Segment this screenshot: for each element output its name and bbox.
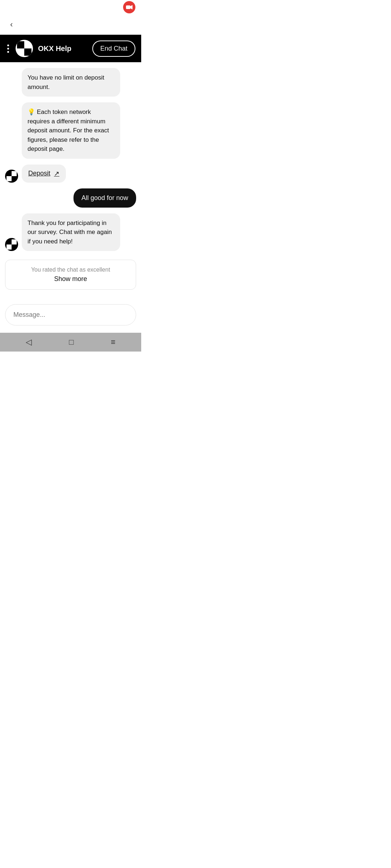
- svg-marker-1: [130, 5, 133, 9]
- bot-bubble-4: Thank you for participating in our surve…: [22, 213, 120, 251]
- back-area: ‹: [0, 14, 141, 35]
- nav-home-button[interactable]: □: [63, 335, 79, 350]
- link-arrow-icon: ↗: [54, 170, 59, 178]
- bot-name: OKX Help: [38, 44, 71, 53]
- user-message-text: All good for now: [81, 194, 128, 201]
- message-input-area: [0, 298, 141, 333]
- nav-menu-button[interactable]: ≡: [105, 335, 121, 350]
- chat-header: OKX Help End Chat: [0, 35, 141, 62]
- bot-avatar: [16, 40, 33, 57]
- end-chat-button[interactable]: End Chat: [92, 41, 135, 57]
- status-bar: [0, 0, 141, 14]
- rating-card: You rated the chat as excellent Show mor…: [5, 260, 136, 290]
- show-more-button[interactable]: Show more: [54, 275, 87, 283]
- header-left: OKX Help: [6, 40, 71, 57]
- message-input[interactable]: [5, 304, 136, 326]
- nav-back-button[interactable]: ◁: [20, 335, 38, 350]
- user-message-row: All good for now: [5, 188, 136, 208]
- bot-message-row: You have no limit on deposit amount.: [5, 68, 136, 97]
- back-button[interactable]: ‹: [7, 17, 16, 32]
- chat-body: You have no limit on deposit amount. 💡 E…: [0, 62, 141, 298]
- bot-message-text-2: 💡 Each token network requires a differen…: [28, 109, 109, 152]
- bot-message-text-4: Thank you for participating in our surve…: [28, 220, 112, 245]
- bot-message-row-4: Thank you for participating in our surve…: [5, 213, 136, 251]
- user-bubble: All good for now: [73, 188, 136, 208]
- menu-button[interactable]: [6, 43, 10, 54]
- bot-bubble-1: You have no limit on deposit amount.: [22, 68, 120, 97]
- rating-text: You rated the chat as excellent: [11, 267, 130, 273]
- bot-bubble-2: 💡 Each token network requires a differen…: [22, 102, 120, 159]
- deposit-link[interactable]: Deposit ↗: [22, 165, 66, 183]
- svg-rect-0: [126, 5, 130, 9]
- bot-message-row-2: 💡 Each token network requires a differen…: [5, 102, 136, 159]
- nav-bar: ◁ □ ≡: [0, 333, 141, 352]
- bot-avatar-small-1: [5, 170, 18, 183]
- bot-avatar-small-2: [5, 238, 18, 251]
- recording-badge: [123, 1, 135, 13]
- bot-message-text-1: You have no limit on deposit amount.: [28, 74, 104, 90]
- bot-message-row-3: Deposit ↗: [5, 165, 136, 183]
- deposit-link-text: Deposit: [28, 170, 50, 177]
